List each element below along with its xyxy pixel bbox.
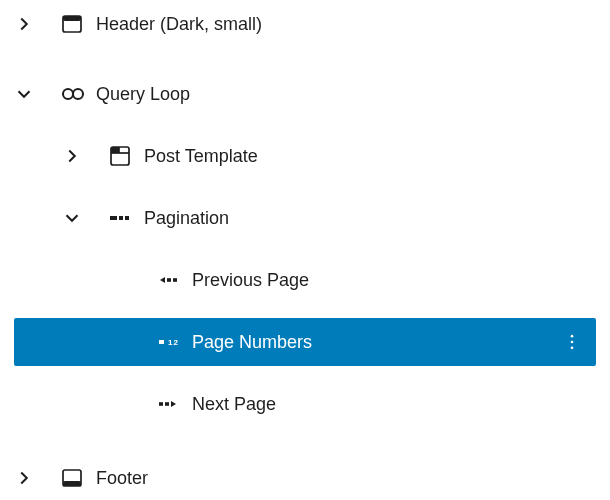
svg-rect-22: [63, 481, 81, 486]
previous-page-icon: [144, 256, 192, 304]
svg-text:2: 2: [174, 338, 179, 347]
svg-marker-20: [171, 401, 176, 407]
tree-item-label: Pagination: [144, 207, 598, 229]
svg-rect-7: [119, 216, 123, 220]
svg-point-16: [571, 341, 574, 344]
header-block-icon: [48, 0, 96, 48]
chevron-right-icon[interactable]: [48, 132, 96, 180]
svg-rect-6: [110, 216, 117, 220]
more-options-button[interactable]: [552, 322, 592, 362]
tree-item-previous-page[interactable]: Previous Page: [0, 256, 610, 304]
svg-text:1: 1: [168, 338, 173, 347]
tree-item-page-numbers[interactable]: 12 Page Numbers: [14, 318, 596, 366]
tree-item-pagination[interactable]: Pagination: [0, 194, 610, 242]
svg-rect-8: [125, 216, 129, 220]
tree-item-label: Previous Page: [192, 269, 598, 291]
pagination-icon: [96, 194, 144, 242]
svg-rect-19: [165, 402, 169, 406]
svg-rect-1: [63, 16, 81, 21]
post-template-icon: [96, 132, 144, 180]
tree-item-next-page[interactable]: Next Page: [0, 380, 610, 428]
tree-item-label: Post Template: [144, 145, 598, 167]
svg-rect-10: [167, 278, 171, 282]
svg-point-15: [571, 335, 574, 338]
tree-item-label: Header (Dark, small): [96, 13, 598, 35]
tree-item-post-template[interactable]: Post Template: [0, 132, 610, 180]
chevron-down-icon[interactable]: [0, 70, 48, 118]
svg-marker-9: [160, 277, 165, 283]
tree-item-query-loop[interactable]: Query Loop: [0, 70, 610, 118]
tree-item-label: Next Page: [192, 393, 598, 415]
next-page-icon: [144, 380, 192, 428]
svg-rect-18: [159, 402, 163, 406]
chevron-right-icon[interactable]: [0, 454, 48, 500]
svg-point-17: [571, 347, 574, 350]
tree-item-header[interactable]: Header (Dark, small): [0, 0, 610, 48]
page-numbers-icon: 12: [144, 318, 192, 366]
chevron-down-icon[interactable]: [48, 194, 96, 242]
tree-item-footer[interactable]: Footer: [0, 454, 610, 500]
svg-rect-11: [173, 278, 177, 282]
query-loop-icon: [48, 70, 96, 118]
tree-item-label: Page Numbers: [192, 331, 552, 353]
tree-item-label: Footer: [96, 467, 598, 489]
svg-rect-3: [111, 147, 119, 153]
svg-rect-12: [159, 340, 164, 344]
tree-item-label: Query Loop: [96, 83, 598, 105]
footer-block-icon: [48, 454, 96, 500]
chevron-right-icon[interactable]: [0, 0, 48, 48]
